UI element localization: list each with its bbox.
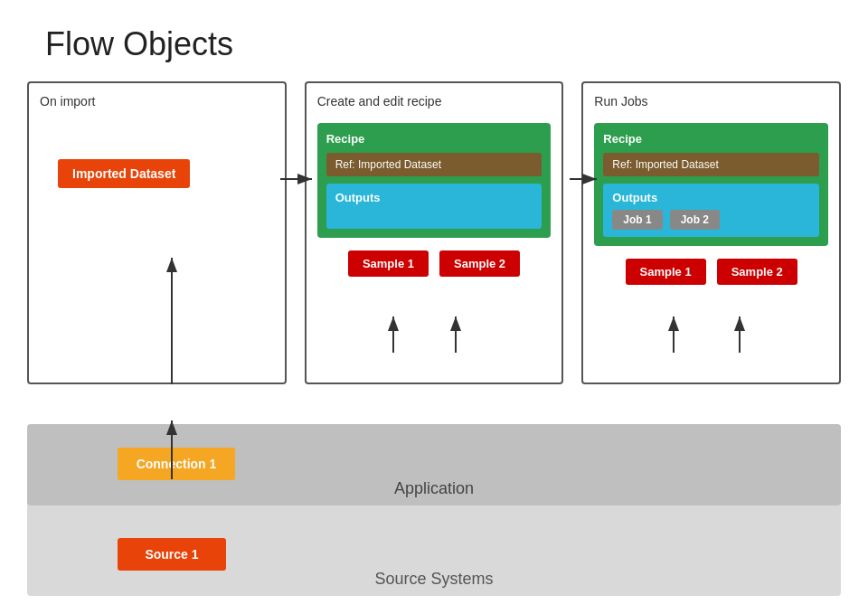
page-title: Flow Objects — [45, 25, 233, 63]
source-box: Source 1 — [118, 538, 226, 571]
sample1-box-3: Sample 1 — [626, 259, 706, 285]
recipe-container-3: Recipe Ref: Imported Dataset Outputs Job… — [594, 123, 828, 246]
recipe-label-3: Recipe — [603, 132, 819, 146]
sample2-box-3: Sample 2 — [717, 259, 797, 285]
panels-area: On import Imported Dataset Create and ed… — [27, 81, 841, 384]
imported-dataset-box: Imported Dataset — [58, 159, 190, 188]
samples-row-2: Sample 1 Sample 2 — [317, 250, 552, 277]
panel-on-import: On import Imported Dataset — [27, 81, 287, 384]
job1-box: Job 1 — [612, 210, 662, 230]
panel2-title: Create and edit recipe — [317, 94, 552, 109]
connection-box: Connection 1 — [118, 448, 235, 480]
recipe-container-2: Recipe Ref: Imported Dataset Outputs — [317, 123, 552, 238]
sample2-box-2: Sample 2 — [439, 250, 520, 277]
outputs-label-2: Outputs — [335, 191, 533, 204]
job2-box: Job 2 — [670, 210, 720, 230]
samples-row-3: Sample 1 Sample 2 — [594, 259, 828, 285]
panel-create-recipe: Create and edit recipe Recipe Ref: Impor… — [305, 81, 564, 384]
panel-run-jobs: Run Jobs Recipe Ref: Imported Dataset Ou… — [581, 81, 841, 384]
ref-box-2: Ref: Imported Dataset — [326, 153, 542, 176]
outputs-label-3: Outputs — [612, 191, 810, 204]
panel1-title: On import — [40, 94, 274, 109]
source-systems-label: Source Systems — [374, 570, 493, 589]
panel3-title: Run Jobs — [594, 94, 828, 109]
ref-box-3: Ref: Imported Dataset — [603, 153, 819, 176]
application-label: Application — [394, 479, 474, 498]
jobs-row: Job 1 Job 2 — [612, 210, 810, 230]
outputs-box-3: Outputs Job 1 Job 2 — [603, 184, 819, 237]
sample1-box-2: Sample 1 — [348, 250, 429, 277]
outputs-box-2: Outputs — [326, 184, 542, 229]
recipe-label-2: Recipe — [326, 132, 542, 146]
